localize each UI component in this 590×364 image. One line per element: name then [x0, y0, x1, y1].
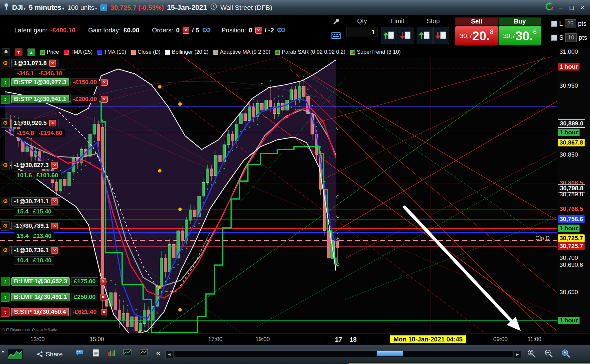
refresh-icon[interactable]	[545, 2, 554, 13]
order-row: ⚙-1@30,736.1×	[1, 246, 60, 255]
zoom-fit-icon[interactable]	[527, 349, 536, 358]
cancel-order-icon[interactable]: ×	[101, 309, 107, 315]
close-button[interactable]: ×	[579, 4, 586, 11]
order-chip[interactable]: -1@30,827.3×	[11, 161, 60, 169]
legend-item[interactable]: TMA (25)	[64, 49, 93, 55]
move-order-icon[interactable]: ↕	[1, 293, 10, 302]
scroll-left-arrow[interactable]: ◄	[165, 350, 173, 358]
timeframe-selector[interactable]: 5 minutes▾	[29, 3, 64, 12]
cancel-order-icon[interactable]: ×	[49, 60, 56, 67]
legend-item[interactable]: TMA (10)	[97, 49, 126, 55]
legend-label: TMA (25)	[70, 49, 93, 55]
scrollbar-thumb[interactable]	[377, 351, 403, 356]
order-settings-wrench-icon[interactable]	[330, 16, 342, 27]
cancel-order-icon[interactable]: ×	[101, 79, 108, 86]
chat-icon[interactable]	[75, 349, 84, 356]
sell-marker-icon[interactable]: ▼	[15, 48, 23, 56]
zoom-in-icon[interactable]	[561, 349, 570, 358]
move-order-icon[interactable]: ↕	[1, 95, 10, 104]
cancel-order-icon[interactable]: ×	[51, 162, 58, 169]
order-row: ⚙-1@30,741.1×	[1, 197, 60, 206]
order-chip[interactable]: B:STP 1@30,977.3	[11, 78, 69, 86]
info-icon[interactable]: i	[100, 4, 107, 11]
sell-limit-order-button[interactable]	[398, 27, 413, 44]
order-chip[interactable]: -1@30,739.1×	[11, 222, 60, 230]
legend-item[interactable]: Adaptive MA (9 2 30)	[213, 49, 271, 55]
chart-style-dropdown-icon[interactable]: ▾	[2, 349, 4, 354]
order-chip[interactable]: B:LMT 1@30,491.1	[11, 293, 70, 301]
price-axis-label: 30,768.5	[558, 205, 585, 213]
position-settings-icon[interactable]: ⚙⚙	[277, 26, 284, 34]
gear-icon[interactable]: ⚙	[1, 118, 10, 128]
window-layout-icon[interactable]	[123, 349, 131, 355]
cancel-order-icon[interactable]: ×	[100, 278, 106, 285]
units-selector[interactable]: 100 units▾	[67, 4, 97, 11]
cancel-order-icon[interactable]: ×	[51, 198, 58, 205]
sell-stop-order-button[interactable]	[433, 27, 449, 44]
order-chip[interactable]: -1@30,741.1×	[11, 197, 60, 206]
gear-icon[interactable]: ⚙	[1, 161, 10, 170]
news-icon[interactable]	[93, 349, 99, 357]
minimize-button[interactable]: –	[557, 4, 565, 11]
price-axis-label: 30,725.7	[558, 234, 585, 242]
bell-icon[interactable]	[2, 48, 10, 56]
move-order-icon[interactable]: ↕	[1, 277, 10, 286]
instrument-selector[interactable]: DJI▾	[12, 3, 26, 12]
buy-button[interactable]: 30,7 30. 6	[499, 26, 541, 45]
sell-button[interactable]: 30,7 20. 8	[455, 26, 498, 45]
order-chip[interactable]: 1@30,920.5×	[11, 119, 58, 127]
gear-icon[interactable]: ⚙	[1, 197, 10, 206]
cancel-order-icon[interactable]: ×	[51, 223, 58, 229]
buy-marker-icon[interactable]: ▲	[27, 48, 35, 56]
price-axis[interactable]: 31,0001 hour30,95030,889.01 hour30,867.8…	[557, 48, 590, 333]
share-button[interactable]: Share	[35, 349, 64, 359]
scroll-right-arrow[interactable]: ►	[514, 350, 521, 358]
cancel-all-orders-icon[interactable]: ×	[183, 27, 189, 34]
cancel-order-icon[interactable]: ×	[100, 294, 106, 300]
stop-distance-value[interactable]: 10	[565, 33, 577, 42]
order-chip[interactable]: -1@30,736.1×	[11, 246, 60, 254]
legend-item[interactable]: Bollinger (20 2)	[165, 49, 208, 55]
latent-gain-value: -£400.10	[50, 27, 76, 34]
stop-checkbox[interactable]	[551, 35, 557, 41]
indicator-swatch-icon	[275, 50, 280, 55]
chevron-down-icon: ▾	[62, 6, 64, 11]
close-position-icon[interactable]: ×	[255, 27, 262, 34]
legend-item[interactable]: Price	[40, 49, 59, 55]
collapse-toolbar-icon[interactable]: «	[156, 349, 160, 357]
time-axis[interactable]: 13:0015:0017:0019:00171809:0011:00	[0, 333, 590, 345]
indicators-icon[interactable]	[108, 349, 115, 356]
legend-item[interactable]: Close (D)	[131, 49, 161, 55]
gear-icon[interactable]: ⚙	[1, 59, 10, 68]
qty-input[interactable]: 1	[346, 27, 378, 37]
cancel-order-icon[interactable]: ×	[51, 247, 58, 254]
limit-checkbox[interactable]	[551, 21, 557, 27]
buy-limit-order-button[interactable]	[381, 27, 397, 44]
cancel-order-icon[interactable]: ×	[101, 96, 108, 103]
limit-distance-value[interactable]: 25	[565, 19, 576, 28]
order-chip[interactable]: 1@31,071.8×	[11, 59, 58, 67]
legend-item[interactable]: SuperTrend (3 10)	[350, 49, 401, 55]
top-bar: DJI▾ 5 minutes▾ 100 units▾ i 30,725.7 (-…	[0, 0, 590, 15]
buy-stop-order-button[interactable]	[417, 27, 432, 44]
order-chip[interactable]: B:LMT 1@30,652.3	[11, 277, 70, 286]
cancel-order-icon[interactable]: ×	[49, 120, 56, 126]
orders-settings-icon[interactable]: ⚙⚙	[202, 26, 209, 34]
crosshair-date-tooltip: Mon 18-Jan-2021 04:45	[390, 335, 466, 343]
order-chip[interactable]: B:STP 1@30,941.1	[11, 95, 69, 103]
gear-icon[interactable]: ⚙	[1, 246, 10, 255]
zoom-out-icon[interactable]	[544, 349, 553, 358]
move-order-icon[interactable]: ↕	[1, 78, 10, 87]
chart-type-icon[interactable]	[8, 349, 23, 360]
order-chip[interactable]: S:STP 1@30,450.4	[11, 308, 69, 316]
money-value: £15.40	[33, 208, 51, 215]
move-order-icon[interactable]: ↕	[1, 307, 10, 317]
gear-icon[interactable]: ⚙	[1, 221, 10, 231]
keyboard-icon[interactable]	[330, 30, 342, 41]
new-chart-icon[interactable]	[140, 349, 148, 355]
chart-scrollbar[interactable]	[174, 350, 513, 357]
maximize-button[interactable]: □	[568, 4, 575, 11]
legend-item[interactable]: Parab SAR (0.02 0.02 0.2)	[275, 49, 345, 55]
price-axis-label: 30,867.8	[558, 139, 585, 146]
pin-icon[interactable]	[4, 3, 9, 12]
